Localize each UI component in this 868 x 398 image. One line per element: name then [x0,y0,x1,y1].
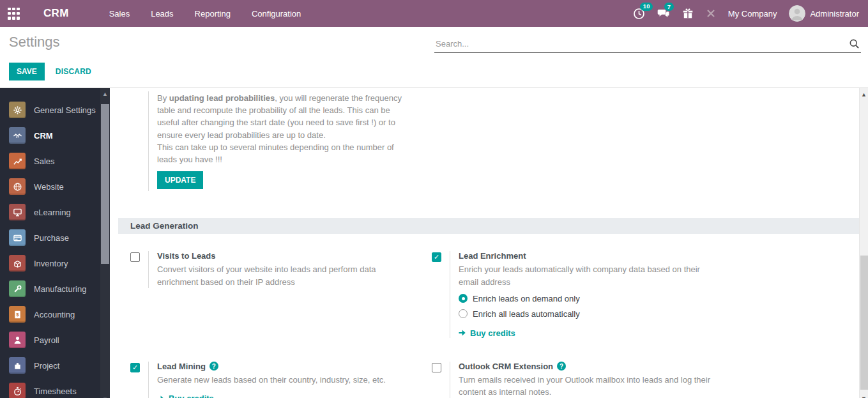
box-icon [9,255,26,272]
buy-credits-link-mining[interactable]: Buy credits [157,394,386,398]
gear-icon [9,102,26,118]
search-input[interactable] [436,39,849,49]
buy-credits-link-enrichment[interactable]: Buy credits [459,328,714,338]
outlook-extension-checkbox[interactable] [432,363,441,372]
sidebar-item-project[interactable]: Project [0,353,110,378]
svg-text:$: $ [16,312,19,318]
invoice-icon: $ [9,306,26,323]
sidebar-item-label: CRM [34,131,53,141]
scroll-up-icon[interactable]: ▲ [860,91,868,98]
main-scrollbar[interactable]: ▲ ▼ [859,88,868,398]
sidebar-item-label: Accounting [34,310,75,319]
sidebar-item-inventory[interactable]: Inventory [0,250,110,276]
messages-badge: 7 [664,3,674,11]
main-scrollbar-thumb[interactable] [860,256,868,390]
menu-sales[interactable]: Sales [105,6,134,21]
sidebar-item-sales[interactable]: Sales [0,148,110,174]
sidebar-item-label: Sales [34,157,55,166]
activities-badge: 10 [640,3,653,11]
sidebar-item-elearning[interactable]: eLearning [0,199,110,225]
sidebar-item-label: Payroll [34,335,59,345]
purchase-card-icon [9,229,26,246]
page-title: Settings [9,34,60,50]
setting-outlook-crm-extension: Outlook CRM Extension ? Turn emails rece… [432,362,859,398]
section-header-lead-generation: Lead Generation [118,218,859,234]
search-icon[interactable] [849,38,860,49]
settings-sidebar: General SettingsCRMSalesWebsiteeLearning… [0,88,110,398]
update-button[interactable]: UPDATE [157,171,203,189]
sales-chart-icon [9,153,26,169]
sidebar-item-label: Project [34,361,59,371]
sidebar-item-label: Website [34,182,64,192]
help-icon[interactable]: ? [209,362,218,371]
sidebar-scroll-up-icon[interactable]: ▲ [100,91,110,97]
sidebar-item-website[interactable]: Website [0,174,110,199]
radio-enrich-all-leads[interactable]: Enrich all leads automatically [459,309,714,319]
app-title[interactable]: CRM [43,7,69,20]
visits-to-leads-checkbox[interactable] [130,252,140,262]
sidebar-item-timesheets[interactable]: Timesheets [0,378,110,398]
arrow-right-icon [459,329,466,337]
radio-button[interactable] [459,294,468,303]
stopwatch-icon [9,383,26,398]
update-note-warning: This can take up to several minutes depe… [157,141,407,165]
scroll-down-icon[interactable]: ▼ [860,395,868,398]
setting-lead-mining: Lead Mining ? Generate new leads based o… [130,362,432,398]
handshake-icon [9,127,26,144]
app-menubar: Sales Leads Reporting Configuration [105,6,305,21]
settings-main-panel: By updating lead probabilities, you will… [110,88,859,398]
search-bar [434,37,861,53]
globe-icon [9,178,26,195]
setting-title: Visits to Leads [157,251,416,261]
setting-title: Lead Mining ? [157,362,386,371]
top-navbar: CRM Sales Leads Reporting Configuration … [0,0,868,27]
setting-description: Turn emails received in your Outlook mai… [459,374,717,398]
gift-icon[interactable] [682,8,694,19]
setting-lead-enrichment: Lead Enrichment Enrich your leads automa… [432,251,859,337]
radio-button[interactable] [459,309,468,318]
user-avatar[interactable] [789,5,805,22]
puzzle-icon [9,357,26,374]
sidebar-scrollbar-thumb[interactable] [101,104,109,264]
control-panel: Settings SAVE DISCARD [0,27,868,88]
activities-icon[interactable]: 10 [633,8,645,20]
setting-description: Convert visitors of your website into le… [157,263,416,287]
menu-leads[interactable]: Leads [147,6,177,21]
discard-button[interactable]: DISCARD [56,67,91,76]
settings-grid: Visits to Leads Convert visitors of your… [130,251,859,398]
sidebar-item-accounting[interactable]: $Accounting [0,302,110,327]
sidebar-item-label: General Settings [34,105,96,115]
sidebar-scrollbar[interactable]: ▲ ▼ [100,88,110,398]
menu-reporting[interactable]: Reporting [191,6,234,21]
sidebar-item-crm[interactable]: CRM [0,123,110,148]
sidebar-item-label: Timesheets [34,387,77,396]
setting-visits-to-leads: Visits to Leads Convert visitors of your… [130,251,432,287]
setting-title: Lead Enrichment [459,251,714,261]
sidebar-item-purchase[interactable]: Purchase [0,225,110,250]
presentation-icon [9,204,26,220]
apps-menu-icon[interactable] [8,8,20,20]
setting-description: Enrich your leads automatically with com… [459,263,714,287]
menu-configuration[interactable]: Configuration [248,6,305,21]
support-tools-icon[interactable] [706,8,716,19]
wrench-icon [9,280,26,297]
sidebar-item-general-settings[interactable]: General Settings [0,97,110,123]
update-probabilities-note: By updating lead probabilities, you will… [148,91,407,191]
lead-enrichment-checkbox[interactable] [432,252,441,262]
payroll-person-icon [9,332,26,348]
messages-icon[interactable]: 7 [657,8,670,19]
lead-mining-checkbox[interactable] [130,363,140,372]
sidebar-item-manufacturing[interactable]: Manufacturing [0,276,110,302]
sidebar-item-payroll[interactable]: Payroll [0,327,110,353]
sidebar-item-label: Inventory [34,259,68,268]
help-icon[interactable]: ? [557,362,566,371]
radio-enrich-on-demand[interactable]: Enrich leads on demand only [459,294,714,303]
setting-description: Generate new leads based on their countr… [157,374,386,386]
enrichment-mode-radios: Enrich leads on demand only Enrich all l… [459,294,714,319]
user-menu[interactable]: Administrator [810,9,859,19]
arrow-right-icon [157,395,165,398]
company-switcher[interactable]: My Company [728,9,777,19]
sidebar-items: General SettingsCRMSalesWebsiteeLearning… [0,88,110,398]
sidebar-item-label: Manufacturing [34,284,86,294]
save-button[interactable]: SAVE [9,63,45,80]
